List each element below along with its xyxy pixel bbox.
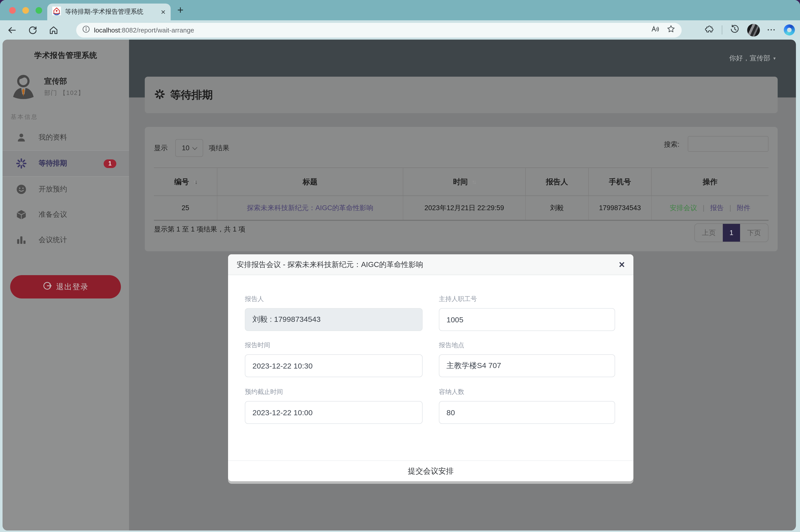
- extensions-icon[interactable]: [705, 24, 714, 36]
- new-tab-button[interactable]: +: [177, 4, 184, 16]
- back-icon[interactable]: [7, 25, 17, 35]
- report-time-label: 报告时间: [245, 341, 423, 350]
- tab-close-icon[interactable]: ×: [161, 8, 166, 16]
- user-profile: 宣传部 部门 【102】: [10, 72, 85, 101]
- booking-deadline-label: 预约截止时间: [245, 388, 423, 397]
- user-name: 宣传部: [44, 76, 85, 86]
- column-header-actions: 操作: [652, 168, 768, 195]
- prev-page-button[interactable]: 上页: [695, 224, 723, 242]
- user-avatar-icon: [10, 72, 37, 101]
- table-summary: 显示第 1 至 1 项结果，共 1 项: [154, 225, 245, 234]
- sidebar-item-label: 我的资料: [39, 133, 67, 142]
- speaker-label: 报告人: [245, 295, 423, 304]
- arrange-meeting-modal: 安排报告会议 - 探索未来科技新纪元：AIGC的革命性影响 × 报告人 刘毅 :…: [228, 254, 633, 481]
- arrange-meeting-link[interactable]: 安排会议: [670, 203, 697, 212]
- browser-toolbar: localhost:8082/report/wait-arrange •••: [0, 20, 800, 40]
- sidebar-menu: 我的资料 等待排期 1 开放预约: [2, 125, 129, 253]
- sidebar-item-label: 开放预约: [39, 185, 67, 194]
- show-label: 显示: [154, 144, 168, 153]
- site-info-icon[interactable]: [82, 25, 90, 35]
- booking-deadline-field[interactable]: 2023-12-22 10:00: [245, 401, 423, 424]
- host-id-field[interactable]: 1005: [439, 308, 615, 331]
- screen: 等待排期-学术报告管理系统 × + localhost:8082/report/…: [0, 0, 800, 532]
- next-page-button[interactable]: 下页: [740, 224, 768, 242]
- sidebar: 学术报告管理系统 宣传部 部门 【102】 基本信息: [2, 40, 129, 531]
- table-row: 25 探索未来科技新纪元：AIGC的革命性影响 2023年12月21日 22:2…: [154, 196, 768, 221]
- cell-phone: 17998734543: [589, 196, 652, 220]
- page-size-select[interactable]: 10: [175, 139, 203, 157]
- pagination: 上页 1 下页: [694, 223, 768, 242]
- smiley-icon: [16, 184, 27, 195]
- cell-id: 25: [154, 196, 218, 220]
- report-link[interactable]: 报告: [710, 203, 724, 212]
- logout-button[interactable]: 退出登录: [10, 275, 121, 299]
- person-icon: [16, 132, 27, 143]
- minimize-window-button[interactable]: [22, 7, 29, 14]
- sidebar-item-my-profile[interactable]: 我的资料: [2, 125, 129, 150]
- sidebar-item-label: 等待排期: [39, 159, 67, 168]
- cell-actions: 安排会议 | 报告 | 附件: [652, 196, 768, 220]
- capacity-field[interactable]: 80: [439, 401, 615, 424]
- copilot-icon[interactable]: [784, 24, 795, 36]
- sort-icon: ↑↓: [472, 179, 476, 185]
- browser-window: 等待排期-学术报告管理系统 × + localhost:8082/report/…: [0, 0, 800, 532]
- url-bar[interactable]: localhost:8082/report/wait-arrange: [76, 23, 682, 37]
- read-aloud-icon[interactable]: [650, 24, 659, 36]
- cell-speaker: 刘毅: [526, 196, 589, 220]
- url-text[interactable]: localhost:8082/report/wait-arrange: [94, 26, 646, 34]
- sidebar-item-open-booking[interactable]: 开放预约: [2, 177, 129, 202]
- page-title-card: 等待排期: [145, 77, 778, 113]
- close-window-button[interactable]: [9, 7, 16, 14]
- reload-icon[interactable]: [28, 25, 38, 35]
- column-header-time[interactable]: 时间 ↑↓: [403, 168, 526, 195]
- speaker-field: 刘毅 : 17998734543: [245, 308, 423, 331]
- attachment-link[interactable]: 附件: [737, 203, 750, 212]
- sidebar-item-prepare-meeting[interactable]: 准备会议: [2, 202, 129, 227]
- close-icon[interactable]: ×: [619, 260, 625, 269]
- capacity-label: 容纳人数: [439, 388, 615, 397]
- tab-title: 等待排期-学术报告管理系统: [65, 7, 157, 16]
- pending-count-badge: 1: [104, 159, 116, 168]
- column-header-id[interactable]: 编号 ↑↓: [154, 168, 218, 195]
- sidebar-section-label: 基本信息: [11, 113, 38, 121]
- sidebar-item-wait-arrange[interactable]: 等待排期 1: [2, 150, 129, 177]
- column-header-phone[interactable]: 手机号: [589, 168, 652, 195]
- browser-tab[interactable]: 等待排期-学术报告管理系统 ×: [47, 3, 171, 20]
- bar-chart-icon: [16, 234, 27, 246]
- host-id-label: 主持人职工号: [439, 295, 615, 304]
- settings-menu-icon[interactable]: •••: [767, 27, 776, 33]
- modal-title: 安排报告会议 - 探索未来科技新纪元：AIGC的革命性影响: [237, 260, 619, 269]
- cell-time: 2023年12月21日 22:29:59: [403, 196, 526, 220]
- sidebar-item-meeting-stats[interactable]: 会议统计: [2, 227, 129, 253]
- home-icon[interactable]: [49, 25, 58, 35]
- table-card: 显示 10 项结果 搜索: 编号 ↑↓ 标题: [145, 127, 778, 251]
- tab-strip: 等待排期-学术报告管理系统 × +: [0, 0, 800, 20]
- table-header-row: 编号 ↑↓ 标题 时间 ↑↓ 报告人 手机号 操作: [154, 168, 768, 196]
- report-time-field[interactable]: 2023-12-22 10:30: [245, 354, 423, 377]
- search-label: 搜索:: [664, 140, 680, 149]
- column-header-title[interactable]: 标题: [218, 168, 403, 195]
- zoom-window-button[interactable]: [36, 7, 42, 14]
- report-table: 编号 ↑↓ 标题 时间 ↑↓ 报告人 手机号 操作 25: [154, 168, 768, 221]
- chevron-down-icon: [192, 145, 197, 150]
- spinner-asterisk-icon: [16, 158, 27, 169]
- traffic-lights: [9, 7, 42, 14]
- page-title: 等待排期: [170, 88, 213, 102]
- column-header-speaker[interactable]: 报告人: [526, 168, 589, 195]
- toolbar-divider: [722, 25, 722, 35]
- sidebar-item-label: 准备会议: [39, 210, 67, 219]
- page-1-button[interactable]: 1: [723, 224, 740, 242]
- modal-header: 安排报告会议 - 探索未来科技新纪元：AIGC的革命性影响 ×: [228, 254, 633, 275]
- history-icon[interactable]: [730, 24, 740, 36]
- report-title-link[interactable]: 探索未来科技新纪元：AIGC的革命性影响: [247, 203, 373, 212]
- search-input[interactable]: [688, 136, 768, 152]
- favorite-star-icon[interactable]: [666, 24, 675, 36]
- user-dept: 部门 【102】: [44, 89, 85, 97]
- logout-label: 退出登录: [56, 282, 89, 292]
- profile-avatar[interactable]: [747, 24, 760, 36]
- logout-icon: [42, 281, 52, 292]
- cell-title: 探索未来科技新纪元：AIGC的革命性影响: [218, 196, 403, 220]
- submit-meeting-button[interactable]: 提交会议安排: [228, 460, 633, 482]
- report-location-field[interactable]: 主教学楼S4 707: [439, 354, 615, 377]
- user-greeting[interactable]: 你好，宣传部 ▾: [729, 54, 776, 63]
